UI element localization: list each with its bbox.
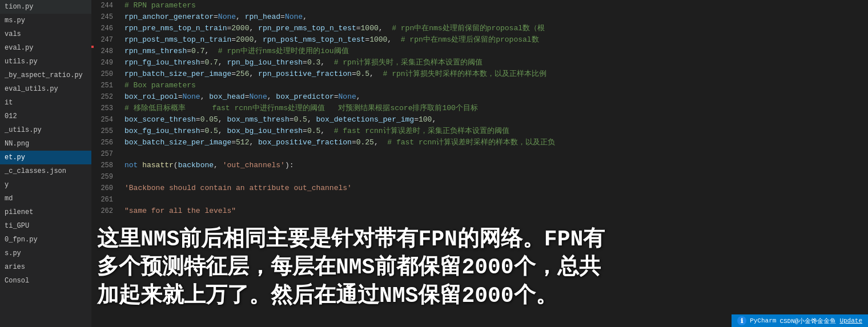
sidebar-item-fpn[interactable]: 0_fpn.py: [0, 233, 91, 247]
code-line-259: 259: [91, 171, 868, 183]
code-line-247: 247 rpn_post_nms_top_n_train=2000, rpn_p…: [91, 34, 868, 46]
line-content-256: box_batch_size_per_image=512, box_positi…: [120, 137, 868, 148]
line-content-262: "same for all the levels": [120, 205, 868, 217]
line-content-245: rpn_anchor_generator=None, rpn_head=None…: [120, 11, 868, 23]
line-number-261: 261: [91, 194, 120, 205]
code-line-257: 257: [91, 148, 868, 160]
status-bar: ℹ PyCharm CSDN@小金馋金金鱼 Update: [732, 314, 868, 327]
line-number-259: 259: [91, 171, 120, 183]
info-icon: ℹ: [737, 316, 746, 325]
code-line-251: 251 # Box parameters: [91, 80, 868, 91]
sidebar-item-pilenet[interactable]: pilenet: [0, 205, 91, 219]
overlay-line3: 加起来就上万了。然后在通过NMS保留2000个。: [97, 282, 862, 310]
sidebar-item-nnpng[interactable]: NN.png: [0, 137, 91, 151]
line-number-244: 244: [91, 0, 120, 11]
code-line-260: 260 'Backbone should contain an attribut…: [91, 183, 868, 194]
line-content-249: rpn_fg_iou_thresh=0.7, rpn_bg_iou_thresh…: [120, 57, 868, 68]
sidebar-item-aries[interactable]: aries: [0, 260, 91, 274]
sidebar-item-cutils[interactable]: _utils.py: [0, 123, 91, 137]
line-number-262: 262: [91, 205, 120, 217]
code-line-246: 246 rpn_pre_nms_top_n_train=2000, rpn_pr…: [91, 23, 868, 34]
code-area: 244 # RPN parameters 245 rpn_anchor_gene…: [91, 0, 868, 327]
sidebar-item-tigpu[interactable]: ti_GPU: [0, 219, 91, 233]
sidebar-item-012[interactable]: 012: [0, 110, 91, 123]
line-content-257: [120, 148, 868, 160]
line-content-259: [120, 171, 868, 183]
line-content-246: rpn_pre_nms_top_n_train=2000, rpn_pre_nm…: [120, 23, 868, 34]
line-content-261: [120, 194, 868, 205]
line-content-250: rpn_batch_size_per_image=256, rpn_positi…: [120, 68, 868, 80]
sidebar-item-utils[interactable]: utils.py: [0, 55, 91, 68]
sidebar-item-evalutils[interactable]: eval_utils.py: [0, 82, 91, 96]
sidebar-item-eval[interactable]: eval.py: [0, 41, 91, 55]
sidebar-item-md[interactable]: md: [0, 192, 91, 205]
code-line-256: 256 box_batch_size_per_image=512, box_po…: [91, 137, 868, 148]
csdn-label: CSDN@小金馋金金鱼: [779, 317, 836, 325]
sidebar-item-spy[interactable]: s.py: [0, 247, 91, 260]
line-content-254: box_score_thresh=0.05, box_nms_thresh=0.…: [120, 114, 868, 126]
line-number-249: 249: [91, 57, 120, 68]
sidebar-item-vals[interactable]: vals: [0, 27, 91, 41]
code-line-249: 249 rpn_fg_iou_thresh=0.7, rpn_bg_iou_th…: [91, 57, 868, 68]
code-line-248: 248 rpn_nms_thresh=0.7, # rpn中进行nms处理时使用…: [91, 46, 868, 57]
line-content-258: not hasattr(backbone, 'out_channels'):: [120, 160, 868, 171]
code-line-262: 262 "same for all the levels": [91, 205, 868, 217]
line-number-247: 247: [91, 34, 120, 46]
line-content-247: rpn_post_nms_top_n_train=2000, rpn_post_…: [120, 34, 868, 46]
line-number-260: 260: [91, 183, 120, 194]
code-line-245: 245 rpn_anchor_generator=None, rpn_head=…: [91, 11, 868, 23]
sidebar-item-tion[interactable]: tion.py: [0, 0, 91, 14]
update-label[interactable]: Update: [839, 317, 862, 324]
overlay-line2: 多个预测特征层，每层在NMS前都保留2000个，总共: [97, 253, 862, 281]
code-line-261: 261: [91, 194, 868, 205]
code-line-250: 250 rpn_batch_size_per_image=256, rpn_po…: [91, 68, 868, 80]
sidebar-item-consol[interactable]: Consol: [0, 274, 91, 288]
line-number-257: 257: [91, 148, 120, 160]
overlay-line1: 这里NMS前后相同主要是针对带有FPN的网络。FPN有: [97, 225, 862, 253]
sidebar-item-ms[interactable]: ms.py: [0, 14, 91, 27]
line-number-252: 252: [91, 91, 120, 103]
sidebar-item-etpy[interactable]: et.py: [0, 151, 91, 164]
code-line-258: 258 not hasattr(backbone, 'out_channels'…: [91, 160, 868, 171]
line-number-256: 256: [91, 137, 120, 148]
pycharm-label: PyCharm: [750, 317, 776, 324]
code-line-254: 254 box_score_thresh=0.05, box_nms_thres…: [91, 114, 868, 126]
sidebar-item-it[interactable]: it: [0, 96, 91, 110]
line-number-245: 245: [91, 11, 120, 23]
line-number-255: 255: [91, 126, 120, 137]
line-content-252: box_roi_pool=None, box_head=None, box_pr…: [120, 91, 868, 103]
line-number-258: 258: [91, 160, 120, 171]
line-number-253: 253: [91, 103, 120, 114]
code-line-252: 252 box_roi_pool=None, box_head=None, bo…: [91, 91, 868, 103]
code-line-253: 253 # 移除低目标概率 fast rcnn中进行nms处理的阈值 对预测结果…: [91, 103, 868, 114]
code-line-244: 244 # RPN parameters: [91, 0, 868, 11]
line-content-253: # 移除低目标概率 fast rcnn中进行nms处理的阈值 对预测结果根据sc…: [120, 103, 868, 114]
line-content-248: rpn_nms_thresh=0.7, # rpn中进行nms处理时使用的iou…: [120, 46, 868, 57]
overlay-text: 这里NMS前后相同主要是针对带有FPN的网络。FPN有 多个预测特征层，每层在N…: [91, 225, 868, 310]
line-number-251: 251: [91, 80, 120, 91]
line-content-244: # RPN parameters: [120, 0, 868, 11]
sidebar-item-y[interactable]: y: [0, 178, 91, 192]
line-content-260: 'Backbone should contain an attribute ou…: [120, 183, 868, 194]
line-content-255: box_fg_iou_thresh=0.5, box_bg_iou_thresh…: [120, 126, 868, 137]
sidebar-item-aspect[interactable]: _by_aspect_ratio.py: [0, 68, 91, 82]
sidebar-item-cclasses[interactable]: _c_classes.json: [0, 164, 91, 178]
sidebar: tion.py ms.py vals eval.py utils.py _by_…: [0, 0, 91, 327]
line-number-248: 248: [91, 46, 120, 57]
line-number-254: 254: [91, 114, 120, 126]
code-line-255: 255 box_fg_iou_thresh=0.5, box_bg_iou_th…: [91, 126, 868, 137]
line-number-250: 250: [91, 68, 120, 80]
line-content-251: # Box parameters: [120, 80, 868, 91]
line-number-246: 246: [91, 23, 120, 34]
